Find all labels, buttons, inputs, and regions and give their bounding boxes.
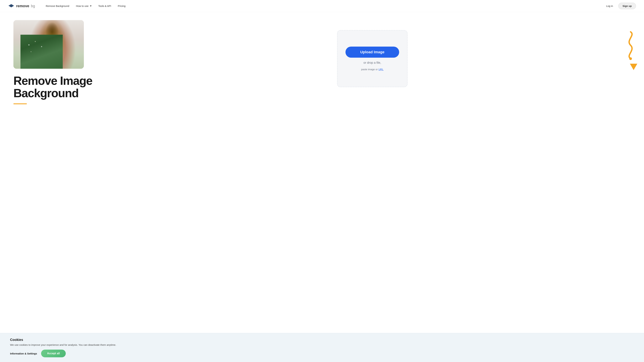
logo-text-bg: bg <box>31 4 35 8</box>
nav-item-tools-api[interactable]: Tools & API <box>96 3 114 9</box>
svg-marker-2 <box>9 4 14 7</box>
cookie-description: We use cookies to improve your experienc… <box>10 344 128 346</box>
nav-actions: Log in Sign up <box>604 3 636 9</box>
triangle-decoration <box>630 64 637 70</box>
logo-link[interactable]: removebg <box>8 4 35 8</box>
cookie-info-button[interactable]: Information & Settings <box>10 352 37 355</box>
logo-icon <box>8 4 14 8</box>
svg-point-3 <box>629 57 632 60</box>
hero-photo-bg <box>14 20 84 69</box>
signup-button[interactable]: Sign up <box>618 3 636 9</box>
cookie-banner: Cookies We use cookies to improve your e… <box>0 333 644 362</box>
navbar: removebg Remove Background How to use To… <box>0 0 644 12</box>
cookie-accept-button[interactable]: Accept all <box>41 350 66 357</box>
hero-section: Remove Image Background Upload Image or … <box>0 12 644 342</box>
squiggle-decoration <box>620 30 641 60</box>
hero-left: Remove Image Background <box>14 20 114 104</box>
logo-text-remove: remove <box>16 4 29 8</box>
nav-item-how-to-use[interactable]: How to use <box>73 3 94 9</box>
hero-underline-decoration <box>14 103 27 104</box>
cookie-title: Cookies <box>10 338 634 342</box>
nav-item-remove-background[interactable]: Remove Background <box>43 3 72 9</box>
nav-item-pricing[interactable]: Pricing <box>115 3 128 9</box>
cookie-actions: Information & Settings Accept all <box>10 350 634 357</box>
upload-image-button[interactable]: Upload Image <box>346 46 399 58</box>
login-button[interactable]: Log in <box>604 3 616 9</box>
upload-url-link[interactable]: URL <box>378 68 384 71</box>
chevron-down-icon <box>90 5 92 6</box>
upload-or-text: or drop a file, <box>364 61 381 64</box>
nav-links: Remove Background How to use Tools & API… <box>43 3 604 9</box>
upload-paste-text: paste image or URL <box>361 68 384 71</box>
hero-right: Upload Image or drop a file, paste image… <box>114 20 630 87</box>
hero-heading: Remove Image Background <box>14 75 114 99</box>
upload-card: Upload Image or drop a file, paste image… <box>337 30 408 87</box>
hero-image <box>14 20 84 69</box>
